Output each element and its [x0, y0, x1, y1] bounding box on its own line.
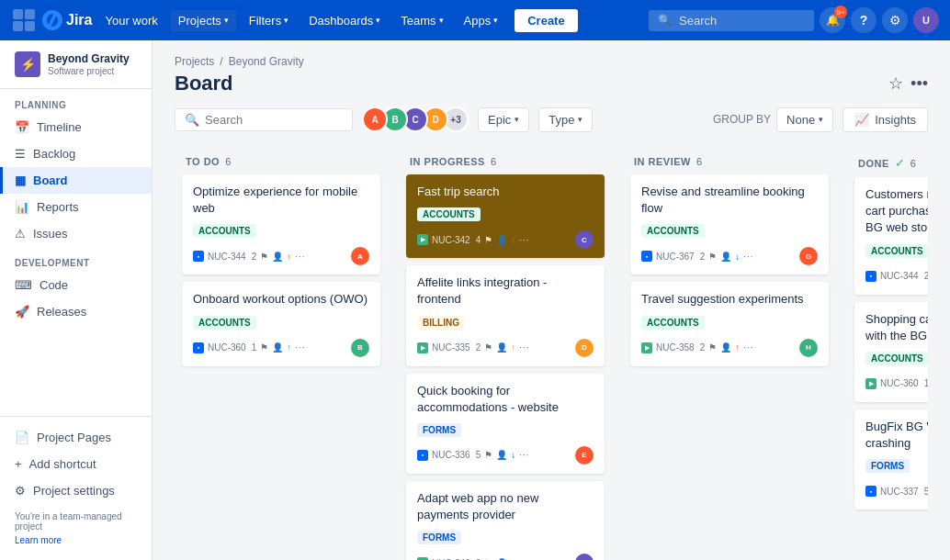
issues-icon: ⚠: [15, 227, 26, 241]
apps-button[interactable]: Apps ▾: [457, 10, 506, 31]
code-icon: ⌨: [15, 278, 32, 292]
sidebar-label-project-pages: Project Pages: [37, 431, 111, 444]
epic-filter[interactable]: Epic ▾: [478, 107, 529, 132]
main-content: Projects / Beyond Gravity Board ☆ ••• 🔍 …: [153, 40, 950, 560]
user-avatar[interactable]: U: [913, 7, 939, 33]
card-done-1[interactable]: Customers reporting shopping cart purcha…: [854, 177, 928, 295]
issue-icon: ▪: [193, 251, 204, 262]
breadcrumb-projects[interactable]: Projects: [175, 55, 214, 68]
num: 2: [700, 342, 706, 353]
sidebar-item-reports[interactable]: 📊 Reports: [0, 194, 152, 220]
card-avatar: C: [575, 230, 594, 249]
inprogress-title: IN PROGRESS: [410, 156, 485, 167]
sidebar-item-releases[interactable]: 🚀 Releases: [0, 298, 152, 325]
breadcrumb-separator: /: [220, 55, 222, 68]
top-nav: Jira Your work Projects ▾ Filters ▾ Dash…: [0, 0, 950, 40]
card-title: Revise and streamline booking flow: [641, 184, 818, 217]
planning-section-label: PLANNING: [0, 89, 152, 114]
breadcrumb-project[interactable]: Beyond Gravity: [229, 55, 304, 68]
notif-badge: 9+: [834, 6, 847, 18]
subtask-icon: ⚑: [260, 252, 268, 262]
sidebar-item-issues[interactable]: ⚠ Issues: [0, 220, 152, 247]
todo-title: TO DO: [186, 156, 220, 167]
dots-more: ···: [295, 342, 305, 353]
sidebar-item-backlog[interactable]: ☰ Backlog: [0, 140, 152, 167]
help-button[interactable]: ?: [851, 7, 876, 33]
sidebar-item-timeline[interactable]: 📅 Timeline: [0, 114, 152, 140]
subtask-icon: ⚑: [260, 342, 268, 353]
issue-id: NUC-360: [880, 378, 919, 388]
card-nuc-358[interactable]: Travel suggestion experiments ACCOUNTS ▶…: [630, 282, 829, 365]
dots-more: ···: [519, 450, 529, 460]
card-avatar: H: [799, 339, 818, 357]
insights-button[interactable]: 📈 Insights: [843, 107, 928, 132]
dots-more: ···: [743, 342, 753, 353]
sidebar-item-code[interactable]: ⌨ Code: [0, 272, 152, 298]
sidebar-item-project-pages[interactable]: 📄 Project Pages: [0, 424, 152, 451]
person-icon: 👤: [496, 235, 507, 245]
card-nuc-360[interactable]: Onboard workout options (OWO) ACCOUNTS ▪…: [182, 282, 380, 365]
issue-id: NUC-367: [656, 252, 695, 262]
card-nuc-335[interactable]: Affelite links integration - frontend BI…: [406, 265, 605, 365]
card-nuc-344[interactable]: Optimize experience for mobile web ACCOU…: [182, 174, 380, 274]
jira-logo[interactable]: Jira: [42, 10, 92, 30]
sidebar-item-project-settings[interactable]: ⚙ Project settings: [0, 477, 152, 504]
num: 2: [700, 252, 706, 262]
avatar-1[interactable]: A: [362, 106, 388, 132]
card-done-3[interactable]: BugFix BG Web-store app crashing FORMS ▪…: [854, 409, 928, 510]
sidebar-label-project-settings: Project settings: [33, 484, 115, 498]
issue-id: NUC-344: [208, 252, 246, 262]
card-tag: ACCOUNTS: [641, 316, 705, 330]
column-done: DONE ✓ 6 Customers reporting shopping ca…: [847, 145, 928, 517]
sidebar-label-code: Code: [40, 278, 68, 292]
card-title: Customers reporting shopping cart purcha…: [865, 186, 928, 237]
development-section-label: DEVELOPMENT: [0, 247, 152, 272]
notifications-button[interactable]: 🔔 9+: [820, 7, 845, 33]
issue-icon: ▪: [193, 342, 204, 353]
logo-text: Jira: [66, 12, 92, 28]
card-title: Shopping cart purchasing issues with the…: [865, 311, 928, 344]
card-nuc-336[interactable]: Quick booking for accommodations - websi…: [406, 374, 605, 474]
learn-more-link[interactable]: Learn more: [0, 533, 152, 553]
board-toolbar: 🔍 A B C D +3 Epic ▾ Type ▾ GROUP BY: [175, 106, 928, 132]
subtask-icon: ⚑: [708, 342, 717, 353]
num: 2: [476, 342, 481, 353]
teams-button[interactable]: Teams ▾: [393, 10, 450, 31]
sidebar-item-add-shortcut[interactable]: + Add shortcut: [0, 451, 152, 477]
subtask-icon: ⚑: [484, 450, 492, 460]
star-button[interactable]: ☆: [888, 73, 903, 94]
issue-id: NUC-335: [432, 342, 470, 353]
card-nuc-342[interactable]: Fast trip search ACCOUNTS ▶ NUC-342 4 ⚑ …: [406, 174, 605, 258]
app-icon[interactable]: [11, 7, 37, 33]
issue-id: NUC-344: [880, 271, 919, 281]
svg-rect-1: [25, 9, 35, 19]
sidebar-item-board[interactable]: ▦ Board: [0, 167, 152, 194]
create-button[interactable]: Create: [515, 9, 577, 32]
project-icon: ⚡: [15, 51, 40, 77]
todo-count: 6: [225, 156, 231, 167]
person-icon: 👤: [720, 252, 731, 262]
board-icon: ▦: [15, 174, 26, 187]
search-input[interactable]: [205, 113, 343, 127]
issue-icon: ▶: [417, 342, 428, 353]
card-nuc-367[interactable]: Revise and streamline booking flow ACCOU…: [630, 174, 829, 274]
column-header-todo: TO DO 6: [175, 145, 388, 174]
column-header-inreview: IN REVIEW 6: [623, 145, 836, 174]
priority-icon: ↓: [735, 252, 740, 262]
board-search[interactable]: 🔍: [175, 108, 353, 131]
filters-button[interactable]: Filters ▾: [242, 10, 296, 31]
settings-button[interactable]: ⚙: [882, 7, 908, 33]
group-by-dropdown[interactable]: None ▾: [776, 107, 833, 132]
inprogress-count: 6: [491, 156, 496, 167]
more-options-button[interactable]: •••: [910, 74, 928, 94]
card-nuc-346[interactable]: Adapt web app no new payments provider F…: [406, 481, 605, 560]
subtask-icon: ⚑: [484, 342, 492, 353]
card-tag: FORMS: [417, 423, 461, 437]
sidebar-project-header[interactable]: ⚡ Beyond Gravity Software project: [0, 40, 152, 89]
your-work-button[interactable]: Your work: [97, 10, 164, 31]
projects-button[interactable]: Projects ▾: [171, 10, 236, 31]
type-filter[interactable]: Type ▾: [538, 107, 593, 132]
search-bar[interactable]: 🔍 Search: [649, 10, 814, 31]
dashboards-button[interactable]: Dashboards ▾: [301, 10, 388, 31]
card-done-2[interactable]: Shopping cart purchasing issues with the…: [854, 302, 928, 402]
